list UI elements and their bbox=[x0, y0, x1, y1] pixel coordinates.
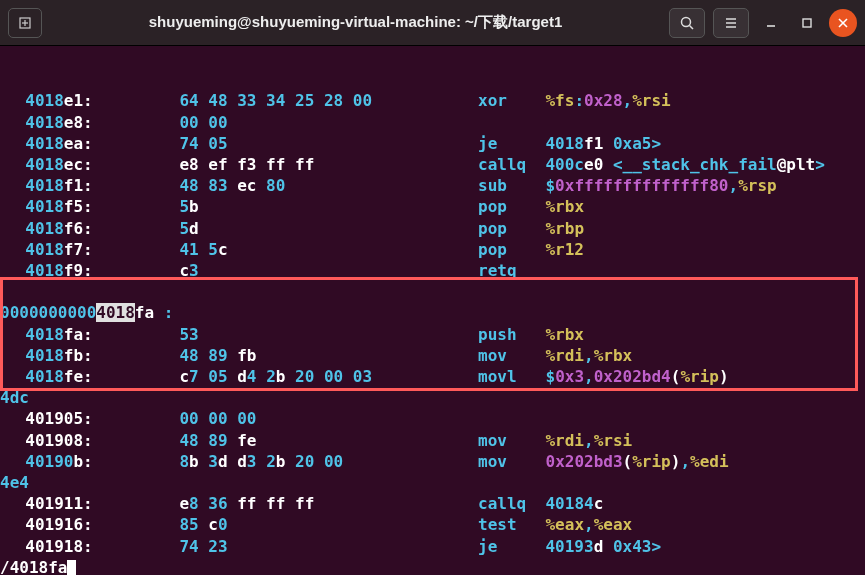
svg-rect-9 bbox=[803, 19, 811, 27]
asm-line: 4018ea: 74 05 je 4018f1 0xa5> bbox=[0, 133, 865, 154]
asm-line: 401916: 85 c0 test %eax,%eax bbox=[0, 514, 865, 535]
svg-line-4 bbox=[690, 25, 694, 29]
asm-line: 401905: 00 00 00 bbox=[0, 408, 865, 429]
asm-line: 4018e1: 64 48 33 34 25 28 00 xor %fs:0x2… bbox=[0, 90, 865, 111]
close-button[interactable] bbox=[829, 9, 857, 37]
svg-point-3 bbox=[682, 17, 691, 26]
asm-line: 401918: 74 23 je 40193d 0x43> bbox=[0, 536, 865, 557]
minimize-button[interactable] bbox=[757, 9, 785, 37]
asm-line: 401911: e8 36 ff ff ff callq 40184c bbox=[0, 493, 865, 514]
asm-line: 40190b: 8b 3d d3 2b 20 00 mov 0x202bd3(%… bbox=[0, 451, 865, 472]
window-title: shuyueming@shuyueming-virtual-machine: ~… bbox=[50, 13, 661, 32]
cursor bbox=[67, 560, 76, 575]
asm-line: 4018fa: 53 push %rbx bbox=[0, 324, 865, 345]
asm-symbol-vlevel: 4dc bbox=[0, 387, 865, 408]
search-button[interactable] bbox=[669, 8, 705, 38]
asm-line: 4018fe: c7 05 d4 2b 20 00 03 movl $0x3,0… bbox=[0, 366, 865, 387]
asm-line: 4018f9: c3 retq bbox=[0, 260, 865, 281]
asm-symbol-cookie: 4e4 bbox=[0, 472, 865, 493]
asm-line: 4018ec: e8 ef f3 ff ff callq 400ce0 <__s… bbox=[0, 154, 865, 175]
search-line: /4018fa bbox=[0, 557, 865, 575]
menu-button[interactable] bbox=[713, 8, 749, 38]
asm-line: 401908: 48 89 fe mov %rdi,%rsi bbox=[0, 430, 865, 451]
new-tab-button[interactable] bbox=[8, 8, 42, 38]
asm-line: 4018f1: 48 83 ec 80 sub $0xfffffffffffff… bbox=[0, 175, 865, 196]
asm-line: 4018f5: 5b pop %rbx bbox=[0, 196, 865, 217]
terminal-output[interactable]: 4018e1: 64 48 33 34 25 28 00 xor %fs:0x2… bbox=[0, 46, 865, 575]
maximize-button[interactable] bbox=[793, 9, 821, 37]
asm-line: 4018f7: 41 5c pop %r12 bbox=[0, 239, 865, 260]
asm-line: 4018f6: 5d pop %rbp bbox=[0, 218, 865, 239]
asm-symbol-touch3: 00000000004018fa : bbox=[0, 302, 865, 323]
asm-blank bbox=[0, 281, 865, 302]
asm-line: 4018fb: 48 89 fb mov %rdi,%rbx bbox=[0, 345, 865, 366]
asm-line: 4018e8: 00 00 bbox=[0, 112, 865, 133]
titlebar: shuyueming@shuyueming-virtual-machine: ~… bbox=[0, 0, 865, 46]
